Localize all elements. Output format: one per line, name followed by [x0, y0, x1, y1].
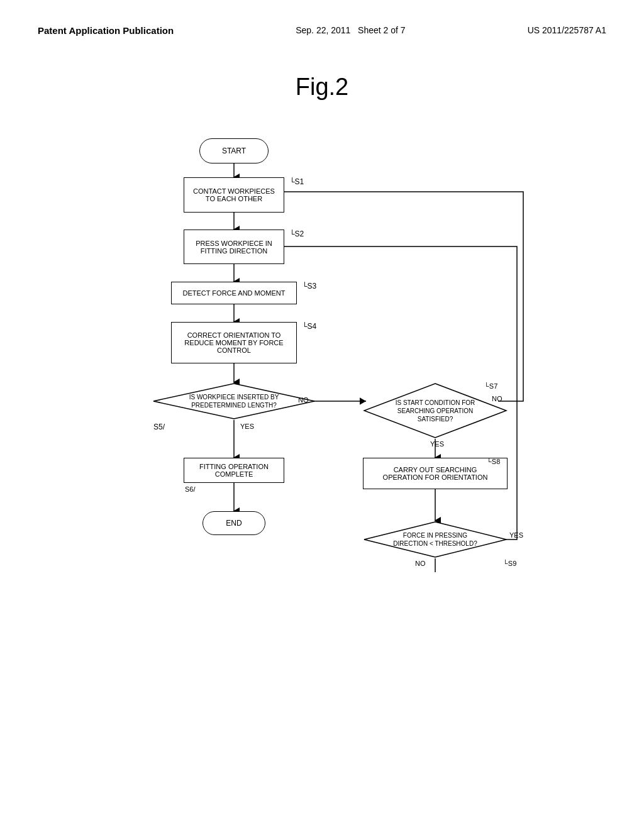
s2-node: PRESS WORKPIECE IN FITTING DIRECTION: [184, 230, 284, 264]
yes-s5-label: YES: [240, 423, 254, 430]
s9-label: └S9: [503, 560, 516, 567]
s5-label: S5/: [153, 423, 165, 431]
header: Patent Application Publication Sep. 22, …: [38, 25, 606, 36]
header-right: US 2011/225787 A1: [528, 25, 606, 35]
s4-label: └S4: [302, 322, 316, 331]
no-s9-label: NO: [415, 560, 426, 567]
s1-text: CONTACT WORKPIECES TO EACH OTHER: [193, 187, 275, 202]
page: Patent Application Publication Sep. 22, …: [0, 0, 644, 830]
s1-node: CONTACT WORKPIECES TO EACH OTHER: [184, 177, 284, 213]
yes-s7-label: YES: [430, 440, 444, 448]
s1-label: └S1: [289, 177, 304, 186]
s8-text: CARRY OUT SEARCHING OPERATION FOR ORIENT…: [383, 466, 488, 481]
patent-number: US 2011/225787 A1: [528, 25, 606, 35]
s7-node: IS START CONDITION FORSEARCHING OPERATIO…: [363, 382, 508, 439]
s2-text: PRESS WORKPIECE IN FITTING DIRECTION: [196, 240, 272, 255]
no-s7-label: NO: [492, 395, 502, 402]
s3-text: DETECT FORCE AND MOMENT: [183, 289, 286, 297]
no-s5-label: NO: [298, 396, 309, 404]
s3-label: └S3: [302, 282, 316, 290]
header-left: Patent Application Publication: [38, 25, 174, 36]
s8-label: └S8: [487, 458, 500, 465]
start-label: START: [222, 147, 246, 155]
pub-date: Sep. 22, 2011: [296, 25, 350, 35]
s6-node: FITTING OPERATION COMPLETE: [184, 458, 284, 483]
flowchart-container: START CONTACT WORKPIECES TO EACH OTHER └…: [38, 126, 606, 641]
end-node: END: [203, 511, 265, 535]
figure-title: Fig.2: [38, 74, 606, 101]
s9-node: FORCE IN PRESSINGDIRECTION < THRESHOLD?: [363, 521, 508, 558]
yes-s9-label: YES: [509, 531, 523, 539]
s7-label: └S7: [484, 382, 497, 390]
s5-node: IS WORKPIECE INSERTED BYPREDETERMINED LE…: [152, 382, 316, 420]
s8-node: CARRY OUT SEARCHING OPERATION FOR ORIENT…: [363, 458, 508, 489]
s4-text: CORRECT ORIENTATION TO REDUCE MOMENT BY …: [184, 331, 283, 354]
s3-node: DETECT FORCE AND MOMENT: [171, 282, 297, 304]
s4-node: CORRECT ORIENTATION TO REDUCE MOMENT BY …: [171, 322, 297, 363]
flowchart: START CONTACT WORKPIECES TO EACH OTHER └…: [102, 126, 542, 641]
s6-text: FITTING OPERATION COMPLETE: [199, 463, 269, 478]
start-node: START: [199, 138, 269, 163]
end-label: END: [226, 519, 242, 528]
publication-title: Patent Application Publication: [38, 25, 174, 36]
s6-label: S6/: [185, 485, 196, 493]
header-center: Sep. 22, 2011 Sheet 2 of 7: [296, 25, 405, 35]
sheet-info: Sheet 2 of 7: [358, 25, 406, 35]
s2-label: └S2: [289, 230, 304, 238]
